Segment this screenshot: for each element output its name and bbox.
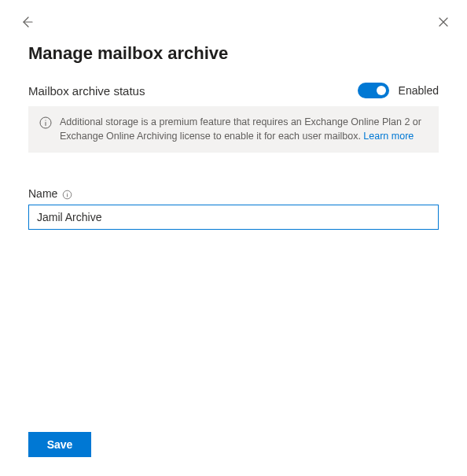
learn-more-link[interactable]: Learn more — [363, 131, 414, 142]
name-label-row: Name — [28, 187, 439, 200]
toggle-knob — [377, 86, 386, 95]
info-text: Additional storage is a premium feature … — [60, 116, 428, 143]
arrow-left-icon — [20, 16, 33, 31]
archive-status-label: Mailbox archive status — [28, 84, 145, 98]
info-icon[interactable] — [62, 189, 72, 199]
name-label: Name — [28, 187, 57, 200]
archive-status-row: Mailbox archive status Enabled — [28, 83, 439, 98]
save-button[interactable]: Save — [28, 432, 91, 457]
svg-point-1 — [45, 120, 46, 120]
archive-toggle-group: Enabled — [358, 83, 439, 98]
archive-name-input[interactable] — [28, 205, 439, 230]
info-icon — [39, 116, 52, 129]
close-button[interactable] — [434, 13, 453, 34]
svg-point-3 — [67, 192, 68, 193]
back-button[interactable] — [17, 13, 36, 34]
archive-toggle-state: Enabled — [399, 84, 439, 97]
close-icon — [437, 16, 450, 31]
page-title: Manage mailbox archive — [28, 43, 439, 64]
archive-toggle[interactable] — [358, 83, 389, 98]
info-banner: Additional storage is a premium feature … — [28, 106, 439, 153]
